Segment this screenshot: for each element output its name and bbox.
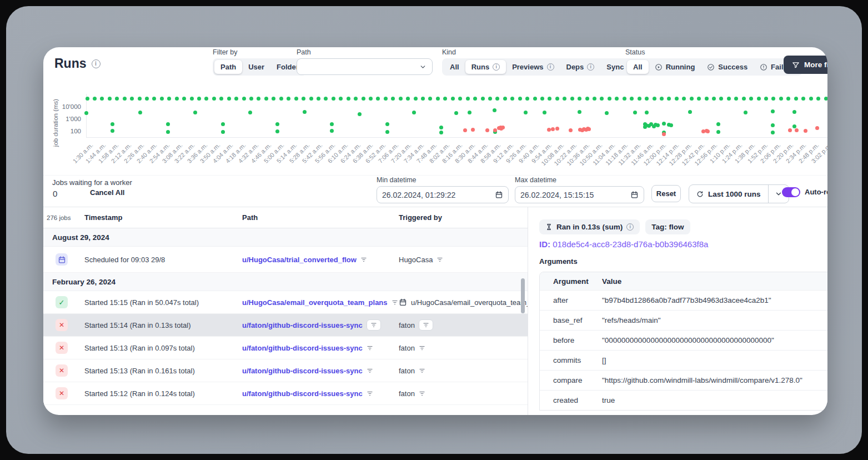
chart-dot-success[interactable] xyxy=(100,97,104,101)
job-path-link[interactable]: u/HugoCasa/trial_converted_flow xyxy=(242,256,357,264)
chart-dot-success[interactable] xyxy=(138,97,142,101)
job-path-link[interactable]: u/faton/github-discord-issues-sync xyxy=(242,367,363,375)
min-datetime-input[interactable]: 26.02.2024, 01:29:22 xyxy=(377,186,509,203)
chart-dot-success[interactable] xyxy=(242,97,246,101)
chart-dot-success[interactable] xyxy=(744,111,747,114)
chart-dot-success[interactable] xyxy=(275,129,279,133)
chart-dot-failure[interactable] xyxy=(815,126,819,130)
chart-dot-success[interactable] xyxy=(518,97,522,101)
calendar-icon[interactable] xyxy=(495,191,503,199)
chart-dot-success[interactable] xyxy=(473,97,477,101)
chart-dot-success[interactable] xyxy=(115,97,119,101)
chart-dot-failure[interactable] xyxy=(804,129,807,133)
chart-dot-success[interactable] xyxy=(481,97,485,101)
chart-dot-success[interactable] xyxy=(443,97,447,101)
chart-dot-success[interactable] xyxy=(578,110,581,114)
chart-dot-success[interactable] xyxy=(578,97,581,101)
chart-dot-success[interactable] xyxy=(705,97,709,101)
chart-dot-failure[interactable] xyxy=(555,127,559,131)
chart-dot-success[interactable] xyxy=(362,97,365,101)
chart-dot-success[interactable] xyxy=(234,97,238,101)
chart-dot-success[interactable] xyxy=(645,97,649,101)
reset-button[interactable]: Reset xyxy=(651,185,681,202)
cancel-all-button[interactable]: Cancel All xyxy=(87,188,128,197)
chart-dot-success[interactable] xyxy=(190,97,194,101)
chart-dot-success[interactable] xyxy=(570,97,574,101)
chart-dot-success[interactable] xyxy=(525,97,529,101)
job-path-link[interactable]: u/faton/github-discord-issues-sync xyxy=(242,321,363,329)
chart-dot-success[interactable] xyxy=(439,131,443,134)
kind-option-previews[interactable]: Previewsi xyxy=(506,60,560,74)
chart-dot-success[interactable] xyxy=(493,108,496,112)
chart-dot-success[interactable] xyxy=(792,124,796,128)
chart-dot-success[interactable] xyxy=(193,111,197,114)
job-path-link[interactable]: u/faton/github-discord-issues-sync xyxy=(242,344,363,352)
chart-dot-success[interactable] xyxy=(548,97,551,101)
chart-dot-success[interactable] xyxy=(317,97,320,101)
chart-dot-success[interactable] xyxy=(682,97,686,101)
filter-icon[interactable] xyxy=(423,322,429,328)
chart-dot-success[interactable] xyxy=(93,97,97,101)
chart-dot-success[interactable] xyxy=(794,97,798,101)
filter-icon[interactable] xyxy=(419,367,425,374)
chart-dot-success[interactable] xyxy=(771,109,775,113)
chart-dot-success[interactable] xyxy=(675,97,679,101)
chart-dot-success[interactable] xyxy=(656,123,660,127)
auto-refresh-toggle[interactable] xyxy=(782,187,800,197)
chart-dot-success[interactable] xyxy=(771,97,775,101)
more-filters-button[interactable]: More filters xyxy=(784,56,827,74)
chart-dot-failure[interactable] xyxy=(551,127,555,131)
chart-dot-success[interactable] xyxy=(667,97,671,101)
chart-dot-success[interactable] xyxy=(167,97,171,101)
chart-dot-success[interactable] xyxy=(742,97,746,101)
chart-dot-success[interactable] xyxy=(468,111,471,114)
chart-dot-success[interactable] xyxy=(221,130,225,134)
chart-dot-success[interactable] xyxy=(182,97,186,101)
chart-dot-success[interactable] xyxy=(757,97,761,101)
job-row[interactable]: ✕Started 15:14 (Ran in 0.13s total)u/fat… xyxy=(43,314,528,337)
chart-dot-success[interactable] xyxy=(466,97,470,101)
chart-dot-success[interactable] xyxy=(436,97,440,101)
chart-dot-success[interactable] xyxy=(697,97,701,101)
chart-dot-success[interactable] xyxy=(488,97,492,101)
chart-dot-success[interactable] xyxy=(662,122,666,126)
chart-dot-success[interactable] xyxy=(458,97,462,101)
chart-dot-success[interactable] xyxy=(330,122,334,126)
filter-icon[interactable] xyxy=(419,344,425,351)
chart-dot-success[interactable] xyxy=(495,97,499,101)
chart-dot-success[interactable] xyxy=(653,97,656,101)
filter-icon[interactable] xyxy=(367,367,373,374)
max-datetime-input[interactable]: 26.02.2024, 15:15:15 xyxy=(515,186,644,203)
filter-by-option-path[interactable]: Path xyxy=(214,60,242,74)
chart-dot-success[interactable] xyxy=(555,97,559,101)
chart-dot-success[interactable] xyxy=(727,97,731,101)
chart-dot-success[interactable] xyxy=(563,97,566,101)
kind-option-deps[interactable]: Depsi xyxy=(560,60,601,74)
chart-dot-success[interactable] xyxy=(257,97,260,101)
status-option-all[interactable]: All xyxy=(627,60,649,74)
filter-by-option-user[interactable]: User xyxy=(242,60,270,74)
chart-dot-success[interactable] xyxy=(771,131,775,134)
chart-dot-success[interactable] xyxy=(712,97,716,101)
chart-dot-success[interactable] xyxy=(166,130,170,134)
chart-dot-success[interactable] xyxy=(369,97,373,101)
chart-dot-failure[interactable] xyxy=(662,132,666,136)
path-select[interactable] xyxy=(297,58,433,75)
filter-icon[interactable] xyxy=(367,390,373,397)
chart-dot-success[interactable] xyxy=(332,97,335,101)
chart-dot-success[interactable] xyxy=(638,97,641,101)
kind-option-all[interactable]: All xyxy=(444,60,465,74)
filter-icon[interactable] xyxy=(360,256,367,263)
chart-dot-success[interactable] xyxy=(540,97,544,101)
runs-info-icon[interactable]: i xyxy=(92,59,101,68)
chart-dot-success[interactable] xyxy=(138,111,142,114)
chart-dot-success[interactable] xyxy=(330,129,334,133)
chart-dot-success[interactable] xyxy=(204,97,208,101)
runs-info-icon[interactable]: i xyxy=(493,63,500,71)
chart-dot-success[interactable] xyxy=(633,111,637,114)
chart-dot-success[interactable] xyxy=(669,123,673,127)
chart-dot-success[interactable] xyxy=(593,97,596,101)
chart-dot-success[interactable] xyxy=(510,97,514,101)
chart-dot-success[interactable] xyxy=(801,97,805,101)
chart-dot-failure[interactable] xyxy=(788,128,792,132)
